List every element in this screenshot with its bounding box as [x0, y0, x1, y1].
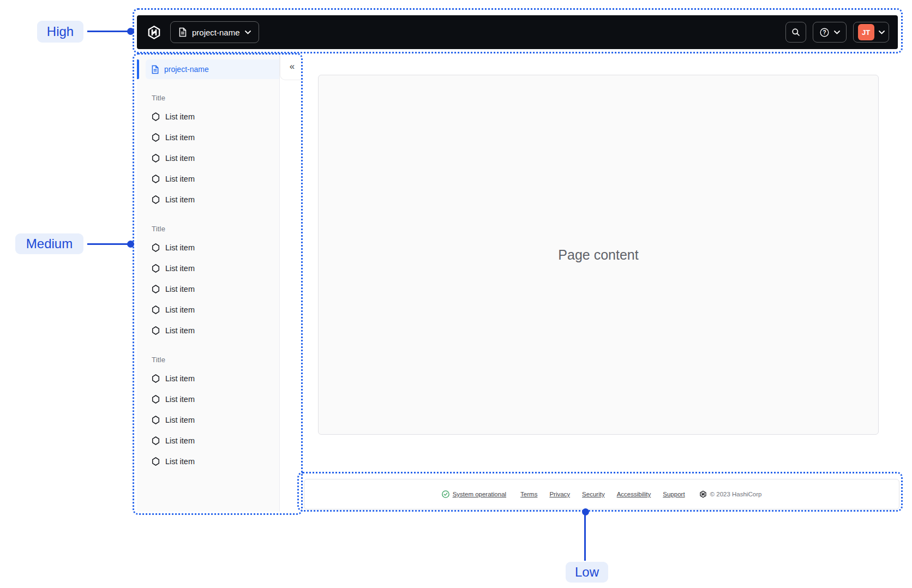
hexagon-icon	[152, 374, 160, 383]
copyright-text: © 2023 HashiCorp	[710, 491, 762, 497]
project-switcher-label: project-name	[192, 28, 240, 37]
project-switcher-button[interactable]: project-name	[170, 21, 259, 43]
footer: System operational Terms Privacy Securit…	[304, 479, 899, 509]
sidebar-list-item[interactable]: List item	[152, 189, 273, 210]
sidebar-list-item-label: List item	[165, 264, 195, 273]
file-icon	[178, 27, 187, 37]
hexagon-icon	[152, 154, 160, 163]
annotation-label-high-text: High	[47, 24, 74, 39]
sidebar-list-item[interactable]: List item	[152, 368, 273, 389]
footer-link[interactable]: Accessibility	[617, 491, 651, 497]
sidebar-section-title: Title	[152, 92, 273, 103]
footer-link[interactable]: Privacy	[549, 491, 570, 497]
copyright-group: © 2023 HashiCorp	[699, 490, 762, 498]
hexagon-icon	[152, 133, 160, 142]
system-status-label: System operational	[453, 491, 506, 497]
page-content-area: Page content	[318, 75, 879, 435]
sidebar-collapse-notch: «	[280, 53, 304, 80]
hexagon-icon	[152, 112, 160, 121]
sidebar-list-item-label: List item	[165, 195, 195, 204]
help-icon: ?	[820, 28, 829, 37]
sidebar-list-item[interactable]: List item	[152, 127, 273, 148]
hashicorp-footer-logo-icon	[699, 490, 707, 498]
hexagon-icon	[152, 416, 160, 424]
footer-link[interactable]: Terms	[520, 491, 537, 497]
sidebar-list-item[interactable]: List item	[152, 451, 273, 472]
sidebar-section: Title List item List item List item	[137, 354, 279, 472]
hexagon-icon	[152, 436, 160, 445]
active-item-indicator	[137, 59, 139, 79]
sidebar-section-title: Title	[152, 223, 273, 234]
sidebar-list-item[interactable]: List item	[152, 299, 273, 320]
sidebar-list-item[interactable]: List item	[152, 279, 273, 299]
sidebar-list-item-label: List item	[165, 285, 195, 293]
hexagon-icon	[152, 285, 160, 293]
sidebar-section-title: Title	[152, 354, 273, 365]
sidebar-project-label: project-name	[164, 65, 209, 74]
sidebar-collapse-button[interactable]: «	[285, 59, 299, 74]
hexagon-icon	[152, 175, 160, 183]
sidebar-list-item[interactable]: List item	[152, 237, 273, 258]
sidebar-list-item-label: List item	[165, 374, 195, 383]
sidebar-list-item[interactable]: List item	[152, 410, 273, 430]
file-icon	[151, 65, 159, 74]
avatar-initials: JT	[862, 28, 870, 37]
sidebar-list-item[interactable]: List item	[152, 169, 273, 189]
chevron-down-icon	[834, 31, 840, 34]
sidebar-section-items: List item List item List item List item	[152, 368, 273, 472]
hexagon-icon	[152, 326, 160, 335]
navbar-right-group: ? JT	[785, 22, 889, 43]
sidebar-list-item[interactable]: List item	[152, 320, 273, 341]
sidebar-list-item-label: List item	[165, 305, 195, 314]
chevron-down-icon	[245, 31, 251, 34]
annotation-label-low: Low	[566, 562, 608, 583]
annotation-connector-high	[87, 31, 129, 32]
hexagon-icon	[152, 395, 160, 404]
sidebar-gutter: «	[280, 53, 304, 512]
user-menu-button[interactable]: JT	[853, 22, 889, 43]
annotation-label-medium: Medium	[15, 233, 83, 254]
help-menu-button[interactable]: ?	[813, 22, 847, 43]
annotation-dot-low	[582, 508, 589, 515]
sidebar-list-item-label: List item	[165, 395, 195, 404]
sidebar: project-name Title List item List item L…	[137, 53, 304, 512]
annotation-dot-high	[127, 28, 134, 35]
sidebar-list-item[interactable]: List item	[152, 148, 273, 169]
sidebar-project-header[interactable]: project-name	[146, 59, 279, 79]
sidebar-list-item[interactable]: List item	[152, 106, 273, 127]
annotation-dot-medium	[127, 241, 134, 248]
sidebar-section-items: List item List item List item List item	[152, 237, 273, 341]
avatar: JT	[858, 24, 874, 40]
annotation-label-high: High	[37, 21, 83, 43]
sidebar-list-item-label: List item	[165, 416, 195, 424]
sidebar-section-items: List item List item List item List item	[152, 106, 273, 210]
search-icon	[791, 28, 800, 37]
hashicorp-logo-icon	[147, 25, 161, 40]
footer-link[interactable]: Security	[582, 491, 605, 497]
footer-content: System operational Terms Privacy Securit…	[442, 490, 762, 498]
sidebar-list-item[interactable]: List item	[152, 258, 273, 279]
sidebar-section: Title List item List item List item	[137, 223, 279, 341]
annotation-label-medium-text: Medium	[26, 236, 73, 251]
footer-links: Terms Privacy Security Accessibility Sup…	[520, 491, 685, 497]
svg-text:?: ?	[823, 29, 826, 35]
sidebar-sections: Title List item List item List item	[137, 92, 279, 472]
sidebar-list-item-label: List item	[165, 326, 195, 335]
sidebar-list-item[interactable]: List item	[152, 389, 273, 410]
sidebar-list-item-label: List item	[165, 175, 195, 183]
sidebar-list-item[interactable]: List item	[152, 430, 273, 451]
hexagon-icon	[152, 457, 160, 466]
hexagon-icon	[152, 264, 160, 273]
annotation-connector-medium	[87, 243, 129, 245]
page-content-placeholder: Page content	[558, 247, 638, 263]
annotation-connector-low	[584, 515, 586, 561]
hexagon-icon	[152, 305, 160, 314]
sidebar-list-item-label: List item	[165, 112, 195, 121]
hexagon-icon	[152, 195, 160, 204]
sidebar-panel: project-name Title List item List item L…	[137, 53, 280, 512]
search-button[interactable]	[785, 22, 806, 43]
system-status-link[interactable]: System operational	[442, 490, 506, 498]
annotation-label-low-text: Low	[575, 565, 599, 580]
sidebar-list-item-label: List item	[165, 436, 195, 445]
footer-link[interactable]: Support	[663, 491, 685, 497]
